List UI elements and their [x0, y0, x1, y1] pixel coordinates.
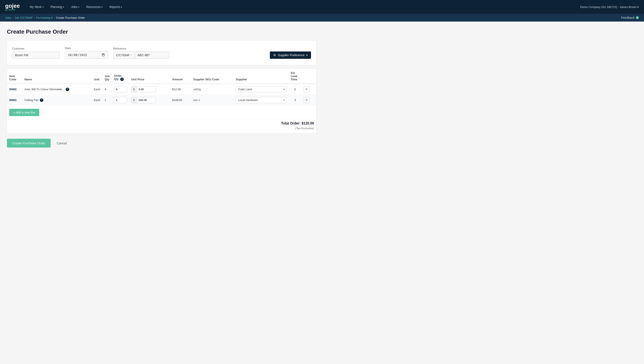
currency-prefix: $ [131, 97, 137, 103]
feedback-button[interactable]: Feedback [621, 16, 639, 20]
cell-lead-time: 5 [289, 84, 302, 95]
breadcrumb-job-id[interactable]: Job C/C7694F [15, 16, 33, 20]
order-qty-input[interactable] [114, 86, 127, 92]
items-tbody: IS002 Arlec 9W Tri Colour Dimmable... ? … [7, 84, 316, 105]
table-footer: + Add a new line [7, 105, 316, 120]
cell-unit: Each [92, 84, 103, 95]
reference-suffix-input[interactable] [135, 52, 169, 59]
logo-text: gojee [5, 2, 20, 9]
cell-lead-time: 3 [289, 95, 302, 106]
supplier-preference-button[interactable]: ⚙ Supplier Preference ▾ [270, 52, 311, 59]
cell-order-qty [112, 95, 129, 106]
customer-label: Customer [12, 47, 60, 50]
chevron-down-icon: ▾ [102, 6, 103, 8]
chevron-down-icon: ▾ [51, 16, 53, 20]
nav-my-work[interactable]: My Work ▾ [27, 4, 47, 10]
supplier-pref-label: Supplier Preference [278, 54, 305, 57]
nav-resources[interactable]: Resources ▾ [83, 4, 106, 10]
th-supplier-sku: Supplier SKU Code [191, 69, 234, 84]
supplier-select-wrapper: Cube LandLocal HardwareOther Supplier ▾ [236, 86, 286, 92]
gear-icon: ⚙ [273, 54, 276, 57]
currency-prefix: $ [131, 86, 137, 92]
th-est-lead-time: EstLeadTime [289, 69, 302, 84]
items-table: Item Code Name Unit Job Qty Order Qty ? … [7, 69, 316, 105]
cell-supplier: Cube LandLocal HardwareOther Supplier ▾ [234, 95, 289, 106]
th-item-code: Item Code [7, 69, 22, 84]
date-group: Date [65, 46, 108, 59]
cell-item-name: Arlec 9W Tri Colour Dimmable... ? [22, 84, 92, 95]
table-header-row: Item Code Name Unit Job Qty Order Qty ? … [7, 69, 316, 84]
totals-section: Total Order: $120.00 (Tax Exclusive) [7, 120, 316, 133]
create-po-button[interactable]: Create Purchase Order [7, 139, 51, 148]
form-row: Customer Date Reference ⚙ Supplier Prefe… [12, 46, 311, 59]
chevron-down-icon: ▾ [78, 6, 79, 8]
reference-label: Reference [113, 47, 169, 50]
cell-item-name: Ceiling Fan ? [22, 95, 92, 106]
supplier-select-wrapper: Cube LandLocal HardwareOther Supplier ▾ [236, 97, 286, 103]
action-buttons: Create Purchase Order Cancel [7, 139, 316, 148]
customer-group: Customer [12, 47, 60, 59]
breadcrumb-sep-3: › [54, 16, 55, 20]
item-name-text: Ceiling Fan [24, 98, 39, 102]
th-supplier: Supplier [234, 69, 289, 84]
feedback-label: Feedback [621, 16, 634, 20]
feedback-dot-icon [636, 16, 639, 19]
remove-row-button[interactable]: ✕ [304, 97, 310, 103]
breadcrumb-sep-1: › [12, 16, 13, 20]
reference-input-group [113, 52, 169, 59]
info-icon[interactable]: ? [40, 98, 43, 102]
info-icon[interactable]: ? [66, 88, 69, 91]
unit-price-input[interactable] [137, 86, 156, 92]
th-unit-price: Unit Price [129, 69, 170, 84]
form-card: Customer Date Reference ⚙ Supplier Prefe… [7, 40, 316, 65]
total-order: Total Order: $120.00 [9, 122, 314, 125]
breadcrumb: Jobs › Job C/C7694F › Purchasing ▾ › Cre… [5, 16, 85, 20]
breadcrumb-sep-2: › [34, 16, 35, 20]
order-qty-input[interactable] [114, 97, 127, 103]
top-navigation: gojee go further My Work ▾ Planning ▾ Jo… [0, 0, 644, 14]
nav-links: My Work ▾ Planning ▾ Jobs ▾ Resources ▾ … [27, 4, 580, 10]
remove-row-button[interactable]: ✕ [304, 86, 310, 92]
user-info[interactable]: Demo Company (AU 180722) - James Brown ▾ [580, 6, 639, 8]
nav-reports[interactable]: Reports ▾ [107, 4, 125, 10]
main-content: Create Purchase Order Customer Date Refe… [0, 22, 323, 154]
logo[interactable]: gojee go further [5, 3, 20, 11]
th-job-qty: Job Qty [103, 69, 112, 84]
supplier-select[interactable]: Cube LandLocal HardwareOther Supplier [236, 86, 286, 92]
nav-jobs[interactable]: Jobs ▾ [68, 4, 82, 10]
unit-price-input[interactable] [137, 97, 156, 103]
chevron-down-icon: ▾ [306, 54, 308, 57]
th-name: Name [22, 69, 92, 84]
chevron-down-icon: ▾ [43, 6, 44, 8]
table-row: IS001 Ceiling Fan ? Each 1 $ $108.00 abc… [7, 95, 316, 106]
cell-amount: $108.00 [170, 95, 191, 106]
th-amount: Amount [170, 69, 191, 84]
breadcrumb-jobs[interactable]: Jobs [5, 16, 11, 20]
cell-item-code: IS001 [7, 95, 22, 106]
add-line-button[interactable]: + Add a new line [9, 109, 39, 116]
reference-prefix-input[interactable] [113, 52, 135, 59]
reference-group: Reference [113, 47, 169, 59]
table-card: Item Code Name Unit Job Qty Order Qty ? … [7, 68, 316, 134]
cell-unit: Each [92, 95, 103, 106]
nav-planning[interactable]: Planning ▾ [48, 4, 67, 10]
date-input[interactable] [65, 51, 108, 59]
table-row: IS002 Arlec 9W Tri Colour Dimmable... ? … [7, 84, 316, 95]
cell-job-qty: 4 [103, 84, 112, 95]
tax-exclusive: (Tax Exclusive) [9, 127, 314, 130]
cell-item-code: IS002 [7, 84, 22, 95]
supplier-select[interactable]: Cube LandLocal HardwareOther Supplier [236, 97, 286, 103]
chevron-down-icon: ▾ [63, 6, 64, 8]
cell-sku: sdfzfg [191, 84, 234, 95]
cell-order-qty [112, 84, 129, 95]
cancel-button[interactable]: Cancel [53, 139, 70, 148]
cell-sku: abc-1 [191, 95, 234, 106]
breadcrumb-purchasing[interactable]: Purchasing ▾ [36, 16, 53, 20]
breadcrumb-current: Create Purchase Order [56, 16, 85, 20]
cell-unit-price: $ [129, 84, 170, 95]
order-qty-info-icon[interactable]: ? [120, 78, 124, 81]
cell-unit-price: $ [129, 95, 170, 106]
cell-amount: $12.00 [170, 84, 191, 95]
cell-remove: ✕ [302, 84, 316, 95]
customer-input[interactable] [12, 52, 60, 59]
